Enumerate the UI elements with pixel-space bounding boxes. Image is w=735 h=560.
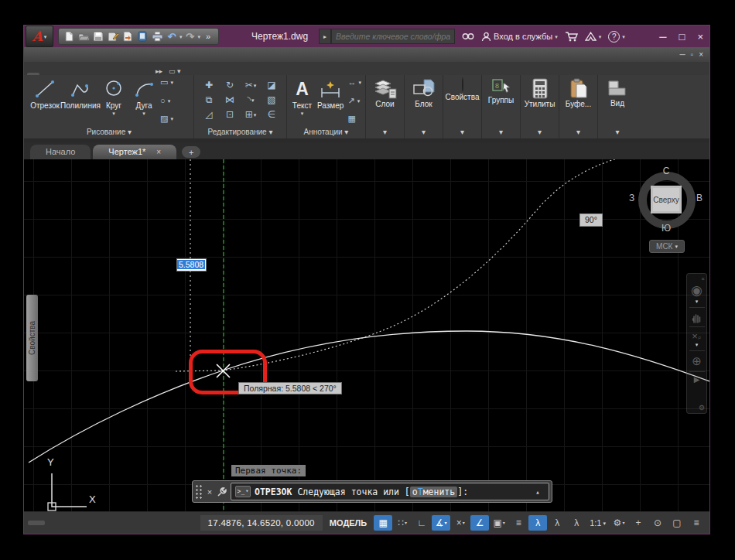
command-prompt-icon[interactable]: >_▾ — [235, 486, 251, 497]
grid-icon[interactable]: ▦ — [374, 515, 392, 531]
layout-tab[interactable] — [45, 521, 62, 525]
command-wrench-icon[interactable] — [216, 481, 228, 502]
edit-tool[interactable]: ∈ — [262, 108, 282, 122]
ribbon-display-options-icon[interactable]: ▭ ▾ — [169, 67, 181, 75]
mdi-minimize-button[interactable]: ─ — [680, 50, 685, 59]
showmotion-icon[interactable]: ▶ — [694, 375, 700, 384]
menu-item[interactable] — [103, 50, 114, 59]
view-icon[interactable] — [606, 78, 629, 98]
draw-mini-tool[interactable]: ▨▾ — [160, 114, 173, 123]
clean-screen-icon[interactable]: ▢ — [668, 515, 686, 531]
maximize-button[interactable]: □ — [679, 31, 685, 43]
print-button[interactable] — [150, 30, 164, 43]
undo-dropdown-icon[interactable]: ▾ — [179, 34, 183, 39]
signin-menu[interactable]: Вход в службы ▾ — [481, 32, 558, 42]
minimize-button[interactable]: ─ — [659, 31, 666, 43]
viewcube-top-face[interactable]: Сверху — [651, 186, 682, 213]
menu-item[interactable] — [146, 50, 157, 59]
menu-item[interactable] — [92, 50, 103, 59]
draw-mini-tool[interactable]: ▭▾ — [160, 78, 173, 87]
undo-button[interactable]: ↶ — [165, 30, 179, 43]
mdi-close-button[interactable]: × — [699, 50, 703, 59]
edit-tool[interactable]: ⧉ — [199, 93, 220, 108]
wcs-button[interactable]: МСК▾ — [649, 240, 685, 253]
annotation-visibility-icon[interactable]: λ — [528, 515, 547, 531]
search-icon[interactable] — [462, 32, 474, 41]
viewcube-west[interactable]: З — [629, 193, 634, 203]
menu-item[interactable] — [38, 50, 49, 59]
properties-palette-tab[interactable]: Свойства — [26, 295, 38, 381]
command-option[interactable]: оТменить — [410, 487, 457, 497]
lineweight-icon[interactable]: ≡ — [509, 515, 528, 531]
command-close-icon[interactable]: × — [203, 481, 216, 502]
layout-tab[interactable] — [28, 521, 45, 525]
ribbon-collapse-icon[interactable]: ▸▸ — [156, 67, 162, 75]
dynamic-input-field[interactable]: 5.5808 — [176, 258, 207, 271]
edit-tool[interactable]: ⊞▾ — [241, 108, 262, 122]
qat-expand-button[interactable]: » — [201, 30, 215, 43]
edit-tool[interactable]: ◿ — [199, 108, 220, 122]
autodesk-exchange-icon[interactable]: ▾ — [585, 32, 602, 41]
panel-expander[interactable]: ▾ — [443, 127, 481, 138]
chevron-down-icon[interactable]: ▾ — [696, 299, 699, 304]
chevron-down-icon[interactable]: ▾ — [696, 342, 699, 347]
navigation-wheel-icon[interactable]: ◉ — [691, 282, 703, 299]
orbit-icon[interactable]: ⊕ — [692, 354, 702, 368]
menu-item[interactable] — [49, 50, 60, 59]
menu-item[interactable] — [70, 50, 81, 59]
draw-mini-tool[interactable]: ○▾ — [160, 97, 173, 105]
command-line-bar[interactable]: × >_▾ ОТРЕЗОК Следующая точка или [оТмен… — [192, 480, 552, 503]
annotate-mini-tool[interactable]: ▦ — [347, 114, 361, 123]
save-button[interactable] — [91, 30, 105, 43]
snap-mode-icon[interactable]: ∷▾ — [393, 515, 412, 531]
command-input[interactable]: >_▾ ОТРЕЗОК Следующая точка или [оТменит… — [231, 483, 549, 500]
store-cart-icon[interactable] — [565, 32, 578, 42]
navbar-settings-gear-icon[interactable]: ⚙ — [699, 404, 705, 411]
edit-tool[interactable]: ⋈ — [220, 93, 241, 108]
arc-button[interactable]: Дуга ▾ — [129, 77, 159, 116]
mobile-upload-button[interactable] — [135, 30, 149, 43]
panel-expander[interactable]: ▾ — [482, 127, 520, 138]
edit-tool[interactable]: ◝▾ — [241, 93, 262, 108]
block-icon[interactable] — [412, 78, 436, 99]
model-space-button[interactable]: МОДЕЛЬ — [323, 515, 373, 531]
menu-item[interactable] — [114, 50, 125, 59]
annotate-mini-tool[interactable]: ↗▾ — [347, 97, 361, 105]
dimension-button[interactable]: Размер — [315, 77, 347, 110]
panel-expander[interactable]: ▾ — [559, 127, 597, 138]
panel-title-annotate[interactable]: Аннотации ▾ — [287, 127, 365, 138]
panel-expander[interactable]: ▾ — [521, 127, 559, 138]
save-as-button[interactable] — [106, 30, 120, 43]
edit-tool[interactable]: ✂▾ — [241, 78, 262, 93]
circle-button[interactable]: Круг ▾ — [98, 77, 129, 116]
search-go-icon[interactable]: ▸ — [319, 29, 331, 44]
edit-tool[interactable]: ▧ — [262, 93, 282, 108]
mdi-restore-button[interactable]: ▫ — [691, 50, 694, 59]
polyline-button[interactable]: Полилиния — [63, 77, 98, 110]
edit-tool[interactable]: ↻ — [220, 78, 241, 93]
menu-item[interactable] — [81, 50, 92, 59]
line-button[interactable]: Отрезок — [27, 77, 63, 110]
groups-icon[interactable]: 8 — [491, 78, 511, 95]
object-snap-tracking-icon[interactable]: ×▾ — [451, 515, 470, 531]
zoom-extents-icon[interactable]: ×⌕ — [692, 330, 702, 342]
open-file-button[interactable] — [77, 30, 91, 43]
panel-expander[interactable]: ▾ — [366, 127, 404, 138]
viewcube-east[interactable]: В — [696, 193, 703, 203]
isolate-objects-icon[interactable]: ⊙ — [648, 515, 667, 531]
annotation-autoscale-icon[interactable]: λ — [548, 515, 566, 531]
layout-tab[interactable] — [62, 521, 79, 525]
viewcube-south[interactable]: Ю — [631, 223, 701, 234]
panel-expander[interactable]: ▾ — [598, 127, 637, 138]
panel-title-edit[interactable]: Редактирование ▾ — [194, 127, 286, 138]
customization-menu-icon[interactable]: ≡ — [687, 515, 706, 531]
object-snap-icon[interactable]: ∠ — [470, 515, 489, 531]
annotation-scale-list-icon[interactable]: λ — [567, 515, 586, 531]
annotation-scale-button[interactable]: 1:1▾ — [586, 515, 609, 531]
close-button[interactable]: × — [697, 31, 703, 43]
menu-item[interactable] — [135, 50, 146, 59]
pan-hand-icon[interactable] — [691, 311, 703, 323]
text-button[interactable]: A Текст ▾ — [289, 77, 315, 116]
menu-item[interactable] — [60, 50, 70, 59]
settings-gear-icon[interactable]: ⚙▾ — [610, 515, 628, 531]
